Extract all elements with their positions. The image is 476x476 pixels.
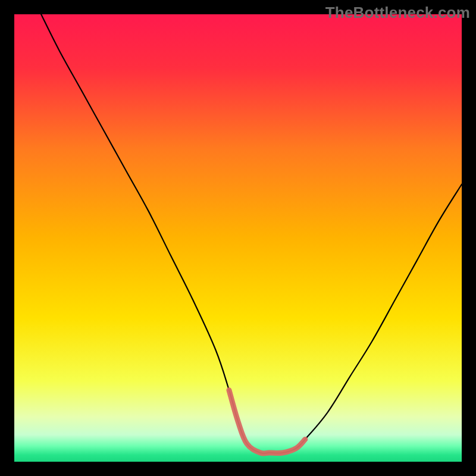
watermark-text: TheBottleneck.com	[325, 4, 470, 22]
bottleneck-chart: TheBottleneck.com	[0, 0, 476, 476]
plot-background	[14, 14, 462, 462]
chart-svg	[0, 0, 476, 476]
